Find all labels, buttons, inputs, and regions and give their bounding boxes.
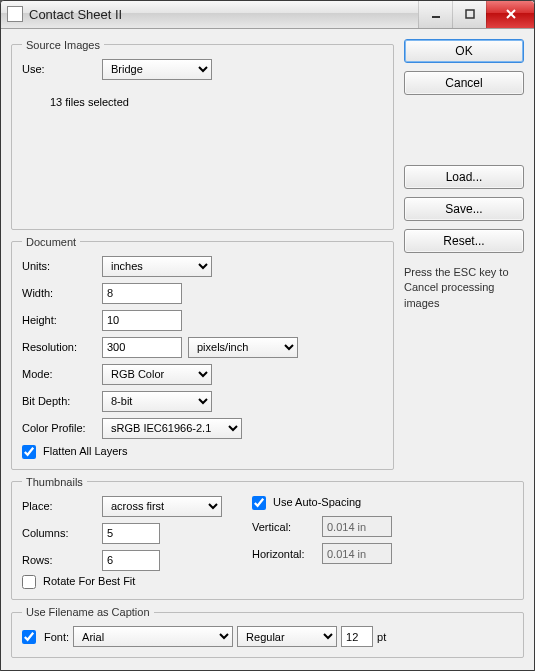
units-label: Units: [22, 260, 102, 272]
minimize-icon [431, 9, 441, 19]
auto-spacing-text: Use Auto-Spacing [273, 496, 361, 508]
flatten-text: Flatten All Layers [43, 445, 127, 457]
resolution-input[interactable] [102, 337, 182, 358]
mode-select[interactable]: RGB Color [102, 364, 212, 385]
source-images-legend: Source Images [22, 39, 104, 51]
app-icon [7, 6, 23, 22]
font-checkbox[interactable] [22, 630, 36, 644]
units-select[interactable]: inches [102, 256, 212, 277]
close-icon [505, 8, 517, 20]
load-button[interactable]: Load... [404, 165, 524, 189]
width-input[interactable] [102, 283, 182, 304]
height-input[interactable] [102, 310, 182, 331]
resolution-unit-select[interactable]: pixels/inch [188, 337, 298, 358]
flatten-checkbox[interactable] [22, 445, 36, 459]
vertical-input [322, 516, 392, 537]
reset-button[interactable]: Reset... [404, 229, 524, 253]
svg-rect-0 [432, 16, 440, 18]
rotate-checkbox[interactable] [22, 575, 36, 589]
font-label: Font: [44, 631, 69, 643]
window-controls [418, 1, 534, 28]
cancel-button[interactable]: Cancel [404, 71, 524, 95]
place-select[interactable]: across first [102, 496, 222, 517]
horizontal-label: Horizontal: [252, 548, 322, 560]
save-button[interactable]: Save... [404, 197, 524, 221]
files-selected-text: 13 files selected [50, 96, 383, 108]
maximize-button[interactable] [452, 1, 486, 28]
svg-rect-1 [466, 10, 474, 18]
document-legend: Document [22, 236, 80, 248]
use-label: Use: [22, 63, 102, 75]
profile-label: Color Profile: [22, 422, 102, 434]
place-label: Place: [22, 500, 102, 512]
source-images-group: Source Images Use: Bridge 13 files selec… [11, 39, 394, 230]
columns-input[interactable] [102, 523, 160, 544]
vertical-label: Vertical: [252, 521, 322, 533]
columns-label: Columns: [22, 527, 102, 539]
rotate-label[interactable]: Rotate For Best Fit [22, 575, 135, 589]
bitdepth-select[interactable]: 8-bit [102, 391, 212, 412]
width-label: Width: [22, 287, 102, 299]
close-button[interactable] [486, 1, 534, 28]
titlebar: Contact Sheet II [1, 1, 534, 29]
font-select[interactable]: Arial [73, 626, 233, 647]
auto-spacing-checkbox[interactable] [252, 496, 266, 510]
font-style-select[interactable]: Regular [237, 626, 337, 647]
thumbnails-group: Thumbnails Place: across first Columns: … [11, 476, 524, 600]
font-size-input[interactable] [341, 626, 373, 647]
window-title: Contact Sheet II [29, 7, 418, 22]
font-size-unit: pt [377, 631, 386, 643]
document-group: Document Units: inches Width: Height: [11, 236, 394, 470]
caption-legend: Use Filename as Caption [22, 606, 154, 618]
horizontal-input [322, 543, 392, 564]
auto-spacing-label[interactable]: Use Auto-Spacing [252, 496, 361, 510]
resolution-label: Resolution: [22, 341, 102, 353]
caption-group: Use Filename as Caption Font: Arial Regu… [11, 606, 524, 658]
rotate-text: Rotate For Best Fit [43, 575, 135, 587]
mode-label: Mode: [22, 368, 102, 380]
height-label: Height: [22, 314, 102, 326]
ok-button[interactable]: OK [404, 39, 524, 63]
flatten-checkbox-label[interactable]: Flatten All Layers [22, 445, 127, 459]
rows-input[interactable] [102, 550, 160, 571]
profile-select[interactable]: sRGB IEC61966-2.1 [102, 418, 242, 439]
minimize-button[interactable] [418, 1, 452, 28]
use-select[interactable]: Bridge [102, 59, 212, 80]
dialog-window: Contact Sheet II Source Images Use: [0, 0, 535, 671]
maximize-icon [465, 9, 475, 19]
thumbnails-legend: Thumbnails [22, 476, 87, 488]
rows-label: Rows: [22, 554, 102, 566]
dialog-content: Source Images Use: Bridge 13 files selec… [1, 29, 534, 670]
hint-text: Press the ESC key to Cancel processing i… [404, 265, 524, 311]
bitdepth-label: Bit Depth: [22, 395, 102, 407]
